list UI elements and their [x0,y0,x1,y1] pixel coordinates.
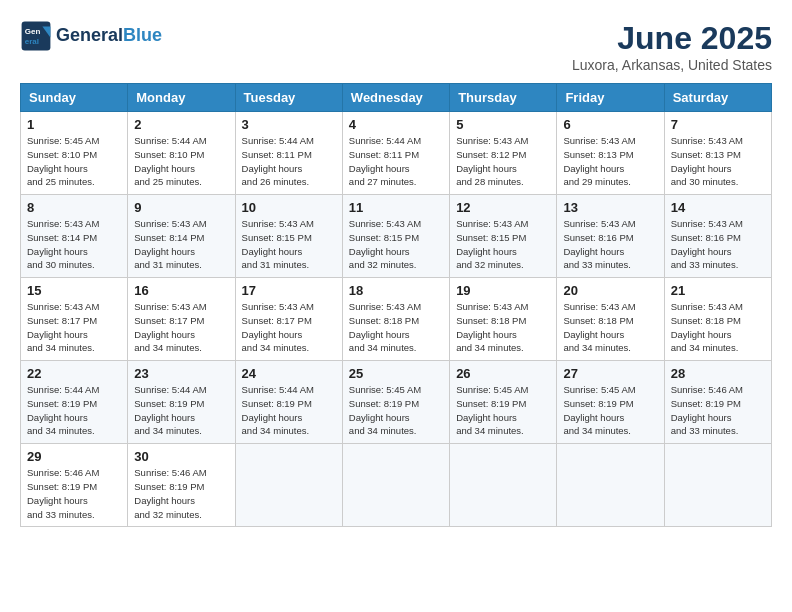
svg-text:eral: eral [25,37,39,46]
day-number: 11 [349,200,443,215]
day-number: 26 [456,366,550,381]
day-info: Sunrise: 5:44 AM Sunset: 8:19 PM Dayligh… [242,383,336,438]
calendar-week-row: 15 Sunrise: 5:43 AM Sunset: 8:17 PM Dayl… [21,278,772,361]
day-info: Sunrise: 5:43 AM Sunset: 8:18 PM Dayligh… [671,300,765,355]
weekday-header: Sunday [21,84,128,112]
weekday-header: Saturday [664,84,771,112]
calendar-cell: 21 Sunrise: 5:43 AM Sunset: 8:18 PM Dayl… [664,278,771,361]
calendar-cell: 29 Sunrise: 5:46 AM Sunset: 8:19 PM Dayl… [21,444,128,527]
day-number: 21 [671,283,765,298]
day-info: Sunrise: 5:44 AM Sunset: 8:19 PM Dayligh… [27,383,121,438]
day-number: 23 [134,366,228,381]
day-info: Sunrise: 5:44 AM Sunset: 8:11 PM Dayligh… [349,134,443,189]
calendar-cell: 10 Sunrise: 5:43 AM Sunset: 8:15 PM Dayl… [235,195,342,278]
calendar-body: 1 Sunrise: 5:45 AM Sunset: 8:10 PM Dayli… [21,112,772,527]
calendar-cell: 4 Sunrise: 5:44 AM Sunset: 8:11 PM Dayli… [342,112,449,195]
day-number: 24 [242,366,336,381]
day-info: Sunrise: 5:43 AM Sunset: 8:16 PM Dayligh… [563,217,657,272]
weekday-header: Monday [128,84,235,112]
day-number: 9 [134,200,228,215]
day-info: Sunrise: 5:44 AM Sunset: 8:10 PM Dayligh… [134,134,228,189]
day-info: Sunrise: 5:43 AM Sunset: 8:14 PM Dayligh… [134,217,228,272]
day-info: Sunrise: 5:43 AM Sunset: 8:14 PM Dayligh… [27,217,121,272]
calendar-cell: 3 Sunrise: 5:44 AM Sunset: 8:11 PM Dayli… [235,112,342,195]
calendar-cell: 26 Sunrise: 5:45 AM Sunset: 8:19 PM Dayl… [450,361,557,444]
svg-text:Gen: Gen [25,27,41,36]
calendar-cell: 19 Sunrise: 5:43 AM Sunset: 8:18 PM Dayl… [450,278,557,361]
calendar-cell [235,444,342,527]
day-info: Sunrise: 5:43 AM Sunset: 8:18 PM Dayligh… [349,300,443,355]
day-info: Sunrise: 5:46 AM Sunset: 8:19 PM Dayligh… [671,383,765,438]
calendar-cell: 17 Sunrise: 5:43 AM Sunset: 8:17 PM Dayl… [235,278,342,361]
calendar-cell: 6 Sunrise: 5:43 AM Sunset: 8:13 PM Dayli… [557,112,664,195]
weekday-header: Tuesday [235,84,342,112]
calendar-cell: 9 Sunrise: 5:43 AM Sunset: 8:14 PM Dayli… [128,195,235,278]
day-info: Sunrise: 5:43 AM Sunset: 8:13 PM Dayligh… [671,134,765,189]
logo-text: GeneralBlue [56,26,162,46]
day-number: 15 [27,283,121,298]
calendar-cell: 28 Sunrise: 5:46 AM Sunset: 8:19 PM Dayl… [664,361,771,444]
calendar-cell: 23 Sunrise: 5:44 AM Sunset: 8:19 PM Dayl… [128,361,235,444]
calendar-cell [450,444,557,527]
day-number: 12 [456,200,550,215]
day-number: 27 [563,366,657,381]
day-number: 28 [671,366,765,381]
day-number: 4 [349,117,443,132]
logo-icon: Gen eral [20,20,52,52]
calendar-week-row: 29 Sunrise: 5:46 AM Sunset: 8:19 PM Dayl… [21,444,772,527]
calendar-cell: 16 Sunrise: 5:43 AM Sunset: 8:17 PM Dayl… [128,278,235,361]
day-info: Sunrise: 5:46 AM Sunset: 8:19 PM Dayligh… [27,466,121,521]
day-info: Sunrise: 5:44 AM Sunset: 8:19 PM Dayligh… [134,383,228,438]
day-number: 7 [671,117,765,132]
day-info: Sunrise: 5:43 AM Sunset: 8:17 PM Dayligh… [27,300,121,355]
calendar-cell: 22 Sunrise: 5:44 AM Sunset: 8:19 PM Dayl… [21,361,128,444]
calendar-cell: 2 Sunrise: 5:44 AM Sunset: 8:10 PM Dayli… [128,112,235,195]
day-number: 18 [349,283,443,298]
month-title: June 2025 [572,20,772,57]
day-info: Sunrise: 5:46 AM Sunset: 8:19 PM Dayligh… [134,466,228,521]
day-number: 29 [27,449,121,464]
calendar-week-row: 1 Sunrise: 5:45 AM Sunset: 8:10 PM Dayli… [21,112,772,195]
calendar-cell [342,444,449,527]
title-area: June 2025 Luxora, Arkansas, United State… [572,20,772,73]
day-number: 6 [563,117,657,132]
day-number: 14 [671,200,765,215]
day-number: 25 [349,366,443,381]
day-number: 2 [134,117,228,132]
calendar-header-row: SundayMondayTuesdayWednesdayThursdayFrid… [21,84,772,112]
day-info: Sunrise: 5:43 AM Sunset: 8:15 PM Dayligh… [456,217,550,272]
day-number: 19 [456,283,550,298]
calendar-cell: 7 Sunrise: 5:43 AM Sunset: 8:13 PM Dayli… [664,112,771,195]
calendar-cell [557,444,664,527]
day-number: 16 [134,283,228,298]
day-number: 5 [456,117,550,132]
calendar-cell: 11 Sunrise: 5:43 AM Sunset: 8:15 PM Dayl… [342,195,449,278]
day-info: Sunrise: 5:43 AM Sunset: 8:15 PM Dayligh… [349,217,443,272]
day-info: Sunrise: 5:43 AM Sunset: 8:15 PM Dayligh… [242,217,336,272]
day-info: Sunrise: 5:45 AM Sunset: 8:19 PM Dayligh… [563,383,657,438]
calendar-cell: 18 Sunrise: 5:43 AM Sunset: 8:18 PM Dayl… [342,278,449,361]
day-info: Sunrise: 5:45 AM Sunset: 8:19 PM Dayligh… [349,383,443,438]
calendar-week-row: 8 Sunrise: 5:43 AM Sunset: 8:14 PM Dayli… [21,195,772,278]
logo: Gen eral GeneralBlue [20,20,162,52]
calendar-cell: 14 Sunrise: 5:43 AM Sunset: 8:16 PM Dayl… [664,195,771,278]
calendar-cell: 27 Sunrise: 5:45 AM Sunset: 8:19 PM Dayl… [557,361,664,444]
calendar-cell: 25 Sunrise: 5:45 AM Sunset: 8:19 PM Dayl… [342,361,449,444]
day-number: 8 [27,200,121,215]
calendar-cell: 15 Sunrise: 5:43 AM Sunset: 8:17 PM Dayl… [21,278,128,361]
weekday-header: Friday [557,84,664,112]
calendar-cell: 1 Sunrise: 5:45 AM Sunset: 8:10 PM Dayli… [21,112,128,195]
day-info: Sunrise: 5:43 AM Sunset: 8:18 PM Dayligh… [563,300,657,355]
day-number: 10 [242,200,336,215]
calendar-cell: 12 Sunrise: 5:43 AM Sunset: 8:15 PM Dayl… [450,195,557,278]
day-number: 13 [563,200,657,215]
day-info: Sunrise: 5:43 AM Sunset: 8:12 PM Dayligh… [456,134,550,189]
day-info: Sunrise: 5:43 AM Sunset: 8:17 PM Dayligh… [242,300,336,355]
day-info: Sunrise: 5:45 AM Sunset: 8:10 PM Dayligh… [27,134,121,189]
day-number: 22 [27,366,121,381]
weekday-header: Wednesday [342,84,449,112]
calendar-cell: 8 Sunrise: 5:43 AM Sunset: 8:14 PM Dayli… [21,195,128,278]
location: Luxora, Arkansas, United States [572,57,772,73]
day-number: 20 [563,283,657,298]
calendar-cell: 30 Sunrise: 5:46 AM Sunset: 8:19 PM Dayl… [128,444,235,527]
